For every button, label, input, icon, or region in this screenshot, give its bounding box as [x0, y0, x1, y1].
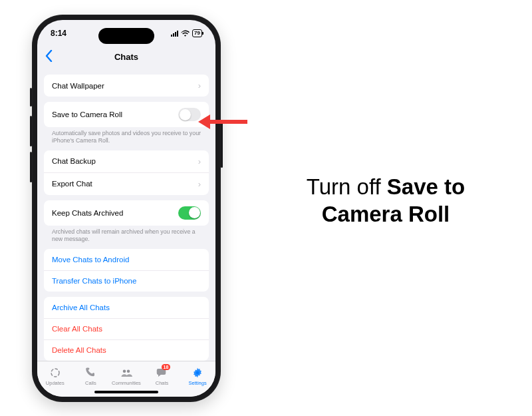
instruction-prefix: Turn off — [307, 174, 387, 199]
instruction-text: Turn off Save to Camera Roll — [266, 173, 505, 228]
tab-label: Communities — [112, 380, 141, 386]
row-label: Chat Backup — [52, 157, 96, 165]
nav-header: Chats — [37, 47, 215, 67]
note-keep-archived: Archived chats will remain archived when… — [44, 226, 209, 244]
chevron-right-icon: › — [198, 81, 201, 91]
volume-down-button — [30, 152, 32, 182]
row-label: Move Chats to Android — [52, 256, 129, 264]
row-save-camera-roll[interactable]: Save to Camera Roll — [44, 102, 209, 127]
row-delete-all[interactable]: Delete All Chats — [44, 339, 209, 361]
status-time: 8:14 — [51, 29, 66, 38]
tab-label: Chats — [156, 380, 169, 386]
gear-icon — [192, 367, 203, 379]
back-button[interactable] — [45, 50, 53, 64]
toggle-save-camera-roll[interactable] — [178, 108, 201, 121]
row-label: Save to Camera Roll — [52, 110, 122, 118]
dynamic-island — [98, 28, 154, 44]
battery-indicator: 79 — [192, 29, 202, 37]
row-keep-archived[interactable]: Keep Chats Archived — [44, 200, 209, 226]
side-button — [30, 88, 32, 106]
chevron-right-icon: › — [198, 179, 201, 189]
row-archive-all[interactable]: Archive All Chats — [44, 297, 209, 318]
phone-icon — [84, 367, 96, 379]
cellular-icon — [171, 30, 178, 37]
row-label: Delete All Chats — [52, 346, 106, 354]
home-indicator — [94, 391, 158, 393]
phone-frame: 8:14 79 Chats — [32, 15, 221, 402]
row-label: Clear All Chats — [52, 325, 102, 333]
row-move-android[interactable]: Move Chats to Android — [44, 249, 209, 270]
row-label: Export Chat — [52, 180, 92, 188]
row-chat-wallpaper[interactable]: Chat Wallpaper › — [44, 75, 209, 97]
row-chat-backup[interactable]: Chat Backup › — [44, 150, 209, 172]
row-label: Archive All Chats — [52, 304, 110, 312]
chevron-right-icon: › — [198, 156, 201, 166]
tab-updates[interactable]: Updates — [37, 361, 73, 391]
row-label: Transfer Chats to iPhone — [52, 277, 136, 285]
note-save-camera-roll: Automatically save photos and videos you… — [44, 127, 209, 145]
row-label: Keep Chats Archived — [52, 209, 123, 217]
people-icon — [120, 367, 132, 379]
tab-communities[interactable]: Communities — [108, 361, 144, 391]
phone-screen: 8:14 79 Chats — [37, 20, 215, 397]
updates-icon — [49, 367, 61, 379]
tab-calls[interactable]: Calls — [73, 361, 109, 391]
row-clear-all[interactable]: Clear All Chats — [44, 318, 209, 339]
tab-label: Calls — [85, 380, 96, 386]
chats-badge: 18 — [162, 364, 171, 370]
tab-label: Updates — [46, 380, 65, 386]
power-button — [221, 121, 223, 168]
toggle-keep-archived[interactable] — [178, 206, 201, 220]
row-export-chat[interactable]: Export Chat › — [44, 172, 209, 195]
settings-content: Chat Wallpaper › Save to Camera Roll Aut… — [37, 67, 215, 361]
tab-label: Settings — [189, 380, 207, 386]
svg-point-2 — [127, 370, 130, 373]
tab-settings[interactable]: Settings — [180, 361, 215, 391]
wifi-icon — [181, 30, 190, 37]
svg-point-1 — [123, 370, 126, 373]
volume-up-button — [30, 116, 32, 146]
row-label: Chat Wallpaper — [52, 82, 104, 90]
row-transfer-iphone[interactable]: Transfer Chats to iPhone — [44, 270, 209, 292]
tab-chats[interactable]: 18 Chats — [144, 361, 180, 391]
page-title: Chats — [114, 52, 138, 62]
svg-point-0 — [51, 369, 59, 377]
